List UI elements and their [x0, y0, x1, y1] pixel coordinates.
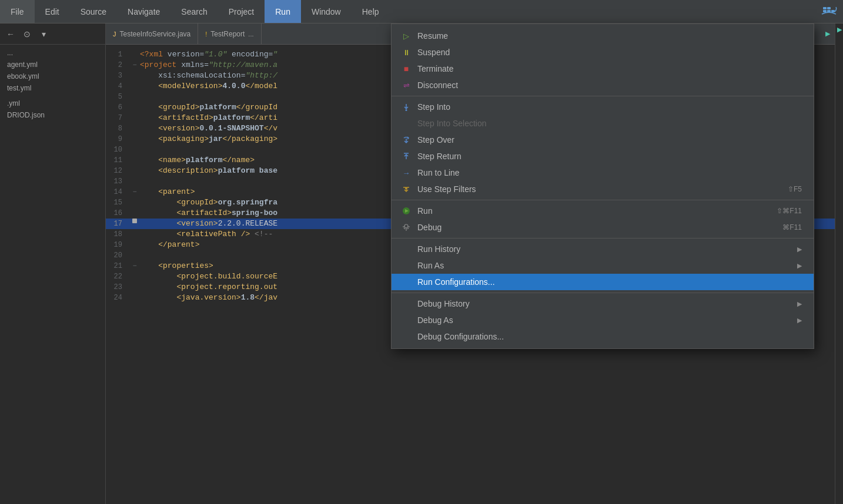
code-content-24: <java.version>1.8</jav [140, 293, 835, 303]
tab-testreport-label: TestReport [210, 30, 245, 38]
code-line-7: 7 <artifactId>platform</arti [106, 113, 835, 123]
line-num-16: 16 [106, 208, 129, 219]
minus-icon-21: − [132, 261, 136, 271]
code-content-20 [140, 250, 835, 261]
right-indicator: ▶ [825, 30, 835, 38]
code-content-6: <groupId>platform</groupId [140, 102, 835, 113]
code-content-18: <relativePath /> <!-- [140, 229, 835, 240]
code-content-7: <artifactId>platform</arti [140, 113, 835, 123]
sidebar-files: ... agent.yml ebook.yml test.yml .yml DR… [0, 45, 105, 504]
sidebar-file-ebook[interactable]: ebook.yml [0, 70, 105, 82]
line-num-7: 7 [106, 113, 129, 123]
sidebar-file-yml[interactable]: .yml [0, 98, 105, 109]
tab-testee-label: TesteeInfoService.java [120, 30, 191, 38]
editor-area: J TesteeInfoService.java ! TestReport ..… [106, 23, 835, 504]
line-num-6: 6 [106, 102, 129, 113]
svg-rect-0 [823, 7, 827, 9]
code-line-21: 21 − <properties> [106, 261, 835, 271]
code-line-1: 1 <?xml version="1.0" encoding=" [106, 49, 835, 60]
code-line-18: 18 <relativePath /> <!-- [106, 229, 835, 240]
code-line-17: 17 <version>2.2.0.RELEASE [106, 219, 835, 229]
tab-testee[interactable]: J TesteeInfoService.java [106, 23, 198, 44]
sidebar-toolbar: ← ⊙ ▾ [0, 23, 105, 45]
code-content-9: <packaging>jar</packaging> [140, 134, 835, 145]
tab-testreport[interactable]: ! TestReport ... [198, 23, 261, 44]
line-num-10: 10 [106, 145, 129, 155]
sidebar-file-dots[interactable]: ... [0, 47, 105, 59]
menubar: File Edit Source Navigate Search Project… [0, 0, 843, 23]
menu-help[interactable]: Help [352, 0, 390, 23]
gutter-14: − [129, 187, 140, 197]
sidebar-file-driod[interactable]: DRIOD.json [0, 109, 105, 121]
code-content-8: <version>0.0.1-SNAPSHOT</v [140, 123, 835, 134]
code-line-8: 8 <version>0.0.1-SNAPSHOT</v [106, 123, 835, 134]
line-num-18: 18 [106, 229, 129, 240]
right-bar: ▶ [835, 23, 843, 504]
code-content-10 [140, 145, 835, 155]
line-num-17: 17 [106, 219, 129, 229]
code-line-16: 16 <artifactId>spring-boo [106, 208, 835, 219]
code-content-1: <?xml version="1.0" encoding=" [140, 49, 835, 60]
code-content-16: <artifactId>spring-boo [140, 208, 835, 219]
tab-warn-icon: ! [205, 31, 207, 38]
line-num-5: 5 [106, 92, 129, 102]
menu-window[interactable]: Window [301, 0, 352, 23]
right-bar-top: ▶ [835, 23, 843, 33]
back-button[interactable]: ← [4, 27, 18, 41]
code-line-13: 13 [106, 176, 835, 187]
gutter-17 [129, 219, 140, 223]
menu-edit[interactable]: Edit [35, 0, 70, 23]
menu-navigate[interactable]: Navigate [117, 0, 170, 23]
code-content-15: <groupId>org.springfra [140, 197, 835, 208]
menu-source[interactable]: Source [70, 0, 117, 23]
dropdown-button[interactable]: ▾ [36, 27, 51, 41]
line-num-11: 11 [106, 155, 129, 166]
minus-icon-14: − [132, 187, 136, 197]
line-num-20: 20 [106, 250, 129, 261]
sidebar: ← ⊙ ▾ ... agent.yml ebook.yml test.yml .… [0, 23, 106, 504]
code-line-19: 19 </parent> [106, 240, 835, 250]
selected-marker-17 [132, 219, 137, 223]
code-line-11: 11 <name>platform</name> [106, 155, 835, 166]
code-line-9: 9 <packaging>jar</packaging> [106, 134, 835, 145]
code-line-3: 3 xsi:schemaLocation="http:/ [106, 70, 835, 81]
main-layout: ← ⊙ ▾ ... agent.yml ebook.yml test.yml .… [0, 23, 843, 504]
svg-rect-4 [831, 10, 835, 12]
code-content-5 [140, 92, 835, 102]
editor-tabs: J TesteeInfoService.java ! TestReport ..… [106, 23, 835, 45]
code-line-2: 2 − <project xmlns="http://maven.a [106, 60, 835, 70]
line-num-3: 3 [106, 70, 129, 81]
line-num-21: 21 [106, 261, 129, 271]
sidebar-file-agent[interactable]: agent.yml [0, 59, 105, 70]
code-content-23: <project.reporting.out [140, 282, 835, 293]
menu-file[interactable]: File [0, 0, 35, 23]
menu-search[interactable]: Search [170, 0, 218, 23]
menu-run[interactable]: Run [265, 0, 301, 23]
code-content-2: <project xmlns="http://maven.a [140, 60, 835, 70]
line-num-2: 2 [106, 60, 129, 70]
sidebar-file-test[interactable]: test.yml [0, 82, 105, 94]
history-button[interactable]: ⊙ [20, 27, 34, 41]
line-num-13: 13 [106, 176, 129, 187]
docker-icon [821, 2, 843, 21]
line-num-4: 4 [106, 81, 129, 92]
code-content-4: <modelVersion>4.0.0</model [140, 81, 835, 92]
code-content-22: <project.build.sourceE [140, 271, 835, 282]
line-num-12: 12 [106, 166, 129, 176]
code-line-14: 14 − <parent> [106, 187, 835, 197]
code-content-19: </parent> [140, 240, 835, 250]
code-line-20: 20 [106, 250, 835, 261]
right-accent-text: ▶ [837, 26, 842, 33]
line-num-15: 15 [106, 197, 129, 208]
menu-project[interactable]: Project [218, 0, 265, 23]
line-num-9: 9 [106, 134, 129, 145]
code-editor[interactable]: 1 <?xml version="1.0" encoding=" 2 − <pr… [106, 45, 835, 504]
line-num-1: 1 [106, 49, 129, 60]
code-line-4: 4 <modelVersion>4.0.0</model [106, 81, 835, 92]
code-line-24: 24 <java.version>1.8</jav [106, 293, 835, 303]
code-content-17: <version>2.2.0.RELEASE [140, 219, 835, 229]
code-line-6: 6 <groupId>platform</groupId [106, 102, 835, 113]
tab-java-icon: J [113, 31, 116, 38]
code-content-3: xsi:schemaLocation="http:/ [140, 70, 835, 81]
minus-icon-2: − [132, 60, 136, 70]
